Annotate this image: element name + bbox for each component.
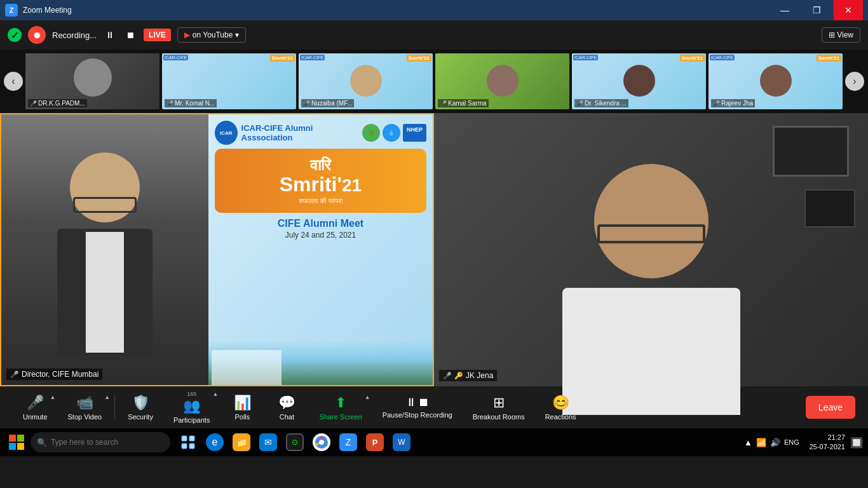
polls-button[interactable]: 📊 Polls — [220, 391, 264, 424]
pause-recording-button[interactable]: ⏸ — [103, 29, 117, 41]
network-icon[interactable]: 📶 — [756, 438, 766, 447]
pause-recording-label: Pause/Stop Recording — [383, 411, 452, 419]
main-video-area: ICAR ICAR-CIFE Alumni Asssociation 🌿 💧 N… — [0, 113, 868, 386]
chat-button[interactable]: 💬 Chat — [264, 391, 309, 424]
clock-time: 21:27 — [810, 433, 845, 442]
breakout-icon: ⊞ — [493, 395, 505, 411]
tray-expand-icon[interactable]: ▲ — [744, 438, 752, 447]
minimize-button[interactable]: — — [770, 0, 799, 20]
window-controls[interactable]: — ❐ ✕ — [770, 0, 863, 20]
participant-thumb-6[interactable]: ICAR-CIFE Smriti'21 🎤 Rajeev Jha — [709, 53, 843, 109]
taskbar-right: ▲ 📶 🔊 ENG 21:27 25-07-2021 🔲 — [739, 433, 863, 452]
powerpoint-button[interactable]: P — [362, 430, 388, 455]
stop-video-label: Stop Video — [68, 413, 102, 421]
app5-button[interactable]: ⊙ — [282, 430, 308, 455]
strip-next-button[interactable]: › — [845, 72, 864, 91]
search-input[interactable] — [51, 438, 164, 447]
event-sub: CIFE Alumni Meet — [215, 218, 426, 229]
participant-thumb-4[interactable]: 🎤 Kamal Sarma — [435, 53, 569, 109]
chat-icon: 💬 — [278, 395, 295, 411]
breakout-rooms-button[interactable]: ⊞ Breakout Rooms — [463, 391, 535, 424]
leave-button[interactable]: Leave — [806, 396, 855, 419]
stop-recording-button[interactable]: ⏹ — [123, 29, 137, 41]
security-button[interactable]: 🛡️ Security — [118, 391, 163, 424]
mic-off-icon: 🎤 — [27, 395, 44, 411]
taskbar-apps: e 📁 ✉ ⊙ Z — [175, 430, 414, 455]
edge-button[interactable]: e — [202, 430, 227, 455]
mic-off-icon: 🎤 — [303, 100, 310, 107]
right-speaker-video — [434, 113, 868, 386]
share-screen-button[interactable]: ▲ ⬆ Share Screen — [309, 391, 372, 424]
event-name-hindi: वारि — [225, 156, 416, 174]
app-icon: Z — [5, 4, 18, 17]
view-button[interactable]: ⊞ View — [822, 27, 860, 43]
svg-rect-3 — [189, 444, 194, 449]
participant-thumb-2[interactable]: ICAR-CIFE Smriti'21 🎤 Mr. Komal N... — [162, 53, 296, 109]
close-button[interactable]: ✕ — [834, 0, 863, 20]
participant-name-2: 🎤 Mr. Komal N... — [165, 99, 217, 107]
participants-icon: 👥 — [183, 398, 200, 414]
maximize-button[interactable]: ❐ — [802, 0, 831, 20]
stop-video-button[interactable]: ▲ 📹 Stop Video — [58, 391, 112, 424]
participant-name-4: 🎤 Kamal Sarma — [438, 99, 489, 107]
youtube-button[interactable]: ▶ on YouTube ▾ — [177, 27, 247, 43]
taskbar: 🔍 e 📁 ✉ ⊙ — [0, 428, 868, 456]
volume-icon[interactable]: 🔊 — [770, 438, 780, 447]
title-bar: Z Zoom Meeting — ❐ ✕ — [0, 0, 868, 20]
participants-button[interactable]: ▲ 165 👥 Participants — [163, 388, 220, 428]
notification-icon[interactable]: 🔲 — [850, 437, 863, 449]
lang-indicator[interactable]: ENG — [784, 438, 799, 446]
security-icon: 🛡️ — [132, 395, 149, 411]
svg-rect-0 — [182, 436, 187, 441]
participant-thumb-3[interactable]: ICAR-CIFE Smriti'21 🎤 Nuzaiba (MF... — [299, 53, 433, 109]
mic-off-icon: 🎤 — [713, 100, 720, 107]
search-icon: 🔍 — [37, 438, 47, 447]
pause-icon: ⏸ — [405, 396, 417, 409]
clock-date: 25-07-2021 — [810, 442, 845, 452]
stop-rec-icon: ⏹ — [418, 396, 430, 409]
recording-label: Recording... — [52, 30, 97, 40]
mail-button[interactable]: ✉ — [255, 430, 281, 455]
unmute-caret[interactable]: ▲ — [50, 394, 56, 400]
security-label: Security — [128, 413, 153, 421]
unmute-label: Unmute — [23, 413, 48, 421]
mic-off-icon: 🎤 — [166, 100, 173, 107]
participant-name-5: 🎤 Dr. Sikendra ... — [574, 99, 628, 107]
main-video-right: 🎤 🔑 JK Jena — [434, 113, 868, 386]
file-explorer-button[interactable]: 📁 — [229, 430, 254, 455]
zoom-taskbar-button[interactable]: Z — [336, 430, 361, 455]
pause-stop-recording-button[interactable]: ⏸ ⏹ Pause/Stop Recording — [372, 392, 463, 423]
stop-video-caret[interactable]: ▲ — [104, 394, 110, 400]
app9-button[interactable]: W — [389, 430, 414, 455]
svg-point-5 — [319, 440, 324, 445]
task-view-button[interactable] — [175, 430, 201, 455]
security-indicator: ✓ — [8, 28, 22, 42]
speaker-video — [1, 114, 208, 385]
time-display[interactable]: 21:27 25-07-2021 — [810, 433, 845, 452]
reactions-button[interactable]: 😊 Reactions — [535, 391, 587, 424]
key-icon: 🔑 — [454, 372, 463, 380]
separator-1 — [114, 395, 115, 420]
mic-off-icon: 🎤 — [440, 100, 447, 107]
unmute-button[interactable]: ▲ 🎤 Unmute — [13, 391, 58, 424]
start-button[interactable] — [5, 431, 28, 454]
strip-prev-button[interactable]: ‹ — [4, 72, 23, 91]
mic-icon-right: 🎤 — [443, 372, 452, 380]
org-name: ICAR-CIFE Alumni Asssociation — [241, 123, 358, 142]
participant-name-1: 🎤 DR.K.G.PADM... — [28, 99, 87, 107]
share-screen-caret[interactable]: ▲ — [365, 394, 370, 400]
participants-count: 165 — [187, 391, 196, 397]
participant-thumb-5[interactable]: ICAR-CIFE Smriti'21 🎤 Dr. Sikendra ... — [572, 53, 706, 109]
windows-logo — [9, 435, 24, 450]
share-screen-label: Share Screen — [319, 413, 362, 421]
polls-icon: 📊 — [234, 395, 251, 411]
participants-caret[interactable]: ▲ — [212, 391, 218, 397]
record-icon: ⏺ — [28, 26, 46, 44]
participant-name-6: 🎤 Rajeev Jha — [711, 99, 755, 107]
top-bar: ✓ ⏺ Recording... ⏸ ⏹ LIVE ▶ on YouTube ▾… — [0, 20, 868, 50]
chrome-button[interactable] — [309, 430, 334, 455]
event-tagline: सफलता की परंपरा — [225, 197, 416, 205]
breakout-rooms-label: Breakout Rooms — [473, 413, 525, 421]
participant-thumb-1[interactable]: 🎤 DR.K.G.PADM... — [25, 53, 159, 109]
taskbar-search[interactable]: 🔍 — [31, 432, 170, 452]
